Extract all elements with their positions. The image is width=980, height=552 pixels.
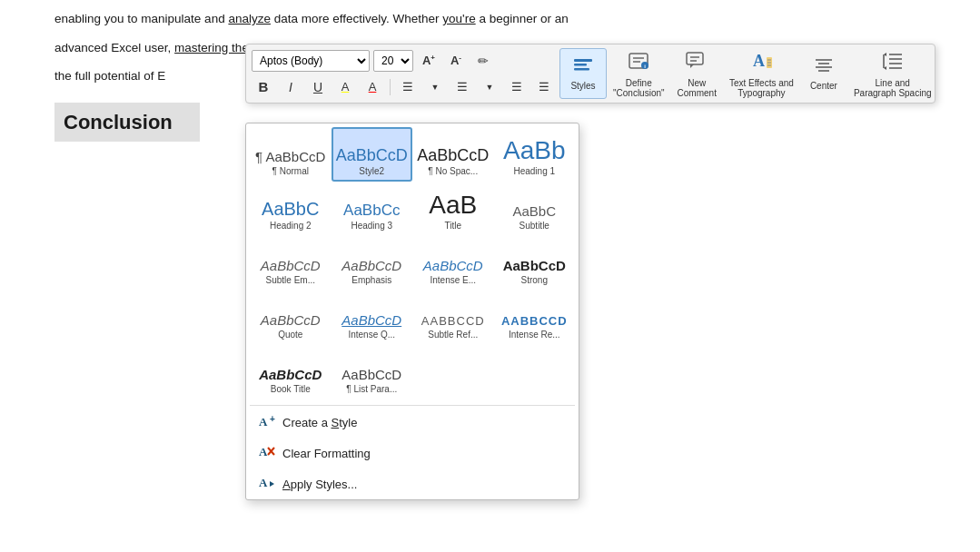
toolbar-left: Aptos (Body) 20 A+ A- ✏ B [252, 50, 556, 98]
svg-text:A: A [753, 52, 765, 70]
style-preview-style2: AaBbCcD [336, 147, 408, 163]
text-effects-button[interactable]: A Text Effects and Typography [723, 48, 800, 99]
styles-grid: ¶ AaBbCcD ¶ Normal AaBbCcD Style2 AaBbCc… [246, 123, 579, 403]
svg-rect-2 [574, 68, 589, 71]
apply-styles-action[interactable]: A Apply Styles... [246, 468, 579, 499]
highlight-button[interactable]: A [333, 76, 357, 98]
style-label-title: Title [444, 221, 461, 231]
style-label-book-title: Book Title [271, 384, 311, 394]
style-label-emphasis: Emphasis [351, 275, 391, 285]
define-icon: i [626, 50, 651, 76]
style-item-heading1[interactable]: AaBb Heading 1 [494, 127, 576, 182]
style-item-subtle-em[interactable]: AaBbCcD Subtle Em... [250, 236, 332, 291]
bullet-list-button[interactable]: ☰ [396, 76, 420, 98]
font-size-select[interactable]: 20 [373, 50, 413, 72]
style-label-subtitle: Subtitle [520, 221, 549, 231]
style-item-heading2[interactable]: AaBbC Heading 2 [250, 182, 332, 236]
style-item-intense-em[interactable]: AaBbCcD Intense E... [412, 236, 494, 291]
create-style-icon: A + [259, 414, 275, 431]
styles-icon [572, 56, 594, 79]
toolbar-right: Styles i Define "Conclusion" [559, 48, 938, 99]
style-preview-normal: ¶ AaBbCcD [255, 150, 325, 163]
dropdown-arrow2-icon: ▼ [486, 83, 494, 92]
define-label: Define "Conclusion" [613, 78, 665, 98]
define-button[interactable]: i Define "Conclusion" [607, 48, 671, 99]
styles-panel: ¶ AaBbCcD ¶ Normal AaBbCcD Style2 AaBbCc… [245, 123, 579, 500]
italic-button[interactable]: I [279, 76, 302, 98]
indent-button[interactable]: ☰ [505, 76, 529, 98]
style-preview-subtle-ref: AABBCCD [421, 315, 485, 327]
center-button[interactable]: Center [800, 48, 847, 99]
style-item-subtitle[interactable]: AaBbC Subtitle [494, 182, 576, 236]
style-label-intense-ref: Intense Re... [509, 330, 560, 340]
font-grow-button[interactable]: A+ [417, 50, 441, 72]
style-label-no-spacing: ¶ No Spac... [428, 166, 478, 176]
style-label-heading2: Heading 2 [270, 221, 312, 231]
line-spacing-label: Line and Paragraph Spacing [854, 78, 932, 98]
clear-formatting-action[interactable]: A Clear Formatting [246, 438, 579, 468]
font-shrink-button[interactable]: A- [444, 50, 468, 72]
style-item-list-para[interactable]: AaBbCcD ¶ List Para... [332, 345, 413, 399]
style-preview-intense-ref: AABBCCD [501, 315, 568, 327]
style-label-quote: Quote [278, 330, 302, 340]
style-preview-strong: AaBbCcD [503, 259, 566, 272]
new-comment-button[interactable]: New Comment [671, 48, 723, 99]
style-item-style2[interactable]: AaBbCcD Style2 [332, 127, 413, 182]
style-preview-emphasis: AaBbCcD [342, 259, 401, 272]
numbered-list-dropdown[interactable]: ▼ [478, 76, 501, 98]
divider [390, 79, 391, 95]
style-item-normal[interactable]: ¶ AaBbCcD ¶ Normal [250, 127, 332, 182]
bullet-list-icon: ☰ [402, 80, 413, 94]
line-spacing-button[interactable]: Line and Paragraph Spacing [847, 48, 938, 99]
style-label-intense-q: Intense Q... [348, 330, 395, 340]
style-preview-subtle-em: AaBbCcD [261, 259, 321, 272]
svg-text:A: A [259, 476, 268, 489]
bold-icon: B [259, 79, 269, 94]
style-item-title[interactable]: AaB Title [412, 182, 494, 236]
bold-button[interactable]: B [252, 76, 275, 98]
bullet-list-dropdown[interactable]: ▼ [423, 76, 447, 98]
styles-label: Styles [570, 81, 595, 91]
style-item-heading3[interactable]: AaBbCc Heading 3 [332, 182, 413, 236]
style-label-normal: ¶ Normal [272, 166, 309, 176]
font-name-select[interactable]: Aptos (Body) [252, 50, 370, 72]
svg-rect-0 [574, 59, 592, 62]
conclusion-heading: Conclusion [54, 103, 200, 142]
style-label-intense-em: Intense E... [430, 275, 476, 285]
style-preview-book-title: AaBbCcD [259, 368, 322, 381]
clear-all-formatting-button[interactable]: ✏ [471, 50, 495, 72]
style-item-intense-ref[interactable]: AABBCCD Intense Re... [494, 291, 576, 345]
style-item-strong[interactable]: AaBbCcD Strong [494, 236, 576, 291]
toolbar-top: Aptos (Body) 20 A+ A- ✏ B [252, 48, 929, 99]
style-label-subtle-ref: Subtle Ref... [428, 330, 478, 340]
style-item-subtle-ref[interactable]: AABBCCD Subtle Ref... [412, 291, 494, 345]
font-color-icon: A [369, 80, 377, 94]
styles-button[interactable]: Styles [559, 48, 607, 99]
style-item-emphasis[interactable]: AaBbCcD Emphasis [332, 236, 413, 291]
style-item-intense-q[interactable]: AaBbCcD Intense Q... [332, 291, 413, 345]
outdent-button[interactable]: ☰ [532, 76, 556, 98]
style-item-no-spacing[interactable]: AaBbCcD ¶ No Spac... [412, 127, 494, 182]
style-label-style2: Style2 [359, 166, 384, 176]
numbered-list-button[interactable]: ☰ [450, 76, 474, 98]
font-grow-icon: A+ [422, 54, 435, 67]
indent-icon: ☰ [511, 80, 522, 94]
underline-icon: U [313, 80, 322, 94]
font-color-button[interactable]: A [361, 76, 384, 98]
new-comment-label: New Comment [678, 78, 717, 98]
underline-button[interactable]: U [306, 76, 330, 98]
doc-paragraph-1: enabling you to manipulate and analyze d… [54, 9, 926, 29]
style-preview-heading1: AaBb [503, 138, 566, 163]
create-style-action[interactable]: A + Create a Style [246, 408, 579, 438]
apply-styles-icon: A [259, 475, 275, 493]
toolbar: Aptos (Body) 20 A+ A- ✏ B [245, 44, 935, 104]
style-preview-no-spacing: AaBbCcD [417, 147, 489, 163]
create-style-label: Create a Style [282, 416, 357, 429]
toolbar-row1: Aptos (Body) 20 A+ A- ✏ [252, 50, 556, 72]
toolbar-row2: B I U A A ☰ ▼ [252, 76, 556, 98]
svg-rect-1 [574, 64, 587, 66]
style-item-book-title[interactable]: AaBbCcD Book Title [250, 345, 332, 399]
line-spacing-icon [880, 50, 906, 76]
style-item-quote[interactable]: AaBbCcD Quote [250, 291, 332, 345]
svg-text:A: A [259, 415, 268, 429]
